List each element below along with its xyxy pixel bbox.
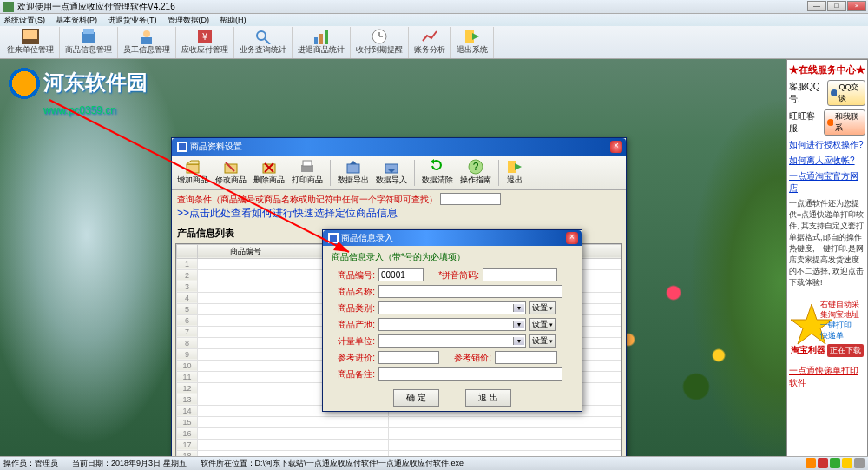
win2-titlebar[interactable]: 商品信息录入 × bbox=[323, 230, 582, 246]
label-origin: 商品产地: bbox=[332, 319, 375, 331]
btn-export[interactable]: 数据导出 bbox=[336, 158, 371, 187]
filter-input[interactable] bbox=[440, 193, 501, 205]
input-name[interactable] bbox=[378, 285, 562, 298]
svg-marker-40 bbox=[515, 163, 522, 170]
svg-text:?: ? bbox=[473, 161, 479, 173]
btn-help[interactable]: ?操作指南 bbox=[458, 158, 493, 187]
input-memo[interactable] bbox=[378, 367, 562, 381]
btn-set-unit[interactable]: 设置 bbox=[529, 334, 556, 348]
tb-receivables[interactable]: ¥应收应付管理 bbox=[176, 27, 234, 58]
svg-rect-11 bbox=[319, 34, 323, 44]
table-row[interactable]: 15 bbox=[177, 416, 621, 427]
tray-icon[interactable] bbox=[842, 458, 852, 468]
promo-star[interactable]: 右键自动采 集淘宝地址 一键打印 快递单 淘宝利器 正在下载 bbox=[789, 294, 867, 363]
table-row[interactable]: 17 bbox=[177, 439, 621, 450]
tray-icon[interactable] bbox=[830, 458, 840, 468]
tb-exit[interactable]: 退出系统 bbox=[451, 27, 494, 58]
combo-unit[interactable] bbox=[378, 334, 526, 348]
win1-toolbar: 增加商品 修改商品 删除商品 打印商品 数据导出 数据导入 数据清除 ?操作指南… bbox=[172, 156, 626, 190]
combo-origin[interactable] bbox=[378, 318, 526, 331]
svg-rect-5 bbox=[141, 37, 152, 44]
svg-marker-17 bbox=[472, 33, 479, 40]
tb-analysis[interactable]: 账务分析 bbox=[409, 27, 451, 58]
tb-reminder[interactable]: 收付到期提醒 bbox=[351, 27, 409, 58]
btn-set-origin[interactable]: 设置 bbox=[529, 318, 556, 331]
svg-point-19 bbox=[827, 119, 834, 126]
link-taobao-shop[interactable]: 一点通淘宝官方网店 bbox=[789, 170, 865, 195]
link-auth-help[interactable]: 如何进行授权操作? bbox=[789, 139, 865, 151]
ok-button[interactable]: 确 定 bbox=[393, 389, 439, 407]
svg-point-4 bbox=[143, 30, 150, 37]
cancel-button[interactable]: 退 出 bbox=[465, 389, 511, 407]
close-button[interactable]: × bbox=[847, 1, 866, 11]
label-unit: 计量单位: bbox=[332, 335, 375, 348]
btn-win1-exit[interactable]: 退出 bbox=[504, 158, 525, 187]
svg-rect-23 bbox=[187, 164, 199, 173]
dialog-icon bbox=[328, 233, 339, 243]
col-rownum[interactable] bbox=[177, 244, 198, 258]
btn-delete-product[interactable]: 删除商品 bbox=[252, 158, 286, 187]
btn-import[interactable]: 数据导入 bbox=[374, 158, 409, 187]
input-outprice[interactable] bbox=[495, 351, 557, 364]
menu-managedata[interactable]: 管理数据(D) bbox=[168, 15, 210, 26]
qq-chat-button[interactable]: QQ交谈 bbox=[827, 80, 865, 106]
wangwang-button[interactable]: 和我联系 bbox=[824, 109, 865, 136]
tray-icons bbox=[806, 456, 865, 470]
combo-category[interactable] bbox=[378, 301, 526, 314]
btn-print-product[interactable]: 打印商品 bbox=[290, 158, 325, 187]
status-user: 操作员：管理员 bbox=[3, 458, 58, 469]
label-category: 商品类别: bbox=[332, 302, 375, 314]
status-location: 软件所在位置：D:\河东下载站\一点通应收应付软件\一点通应收应付软件.exe bbox=[201, 458, 464, 469]
win1-close-button[interactable]: × bbox=[610, 141, 622, 153]
statusbar: 操作员：管理员 当前日期：2018年9月3日 星期五 软件所在位置：D:\河东下… bbox=[0, 456, 868, 470]
btn-clear[interactable]: 数据清除 bbox=[420, 158, 455, 187]
filter-hint-link[interactable]: >>点击此处查看如何进行快速选择定位商品信息 bbox=[177, 207, 398, 219]
tray-icon[interactable] bbox=[854, 458, 865, 468]
input-inprice[interactable] bbox=[378, 351, 439, 364]
svg-point-8 bbox=[257, 31, 266, 40]
input-pinyin[interactable] bbox=[483, 268, 557, 281]
table-row[interactable]: 16 bbox=[177, 427, 621, 439]
svg-text:¥: ¥ bbox=[201, 32, 207, 42]
btn-add-product[interactable]: 增加商品 bbox=[175, 158, 210, 187]
svg-rect-1 bbox=[23, 30, 37, 39]
tray-icon[interactable] bbox=[806, 458, 816, 468]
svg-rect-3 bbox=[83, 29, 94, 34]
svg-marker-33 bbox=[350, 161, 357, 164]
window-icon bbox=[177, 142, 187, 152]
menu-business[interactable]: 进退货业务(T) bbox=[108, 15, 157, 26]
col-code[interactable]: 商品编号 bbox=[198, 244, 293, 258]
tb-productstat[interactable]: 进退商品统计 bbox=[293, 27, 351, 58]
menu-system[interactable]: 系统设置(S) bbox=[3, 15, 45, 26]
tb-querystat[interactable]: 业务查询统计 bbox=[234, 27, 293, 58]
svg-rect-31 bbox=[303, 161, 312, 166]
svg-rect-42 bbox=[330, 235, 337, 242]
wangwang-label: 旺旺客服, bbox=[789, 110, 822, 135]
maximize-button[interactable]: □ bbox=[827, 1, 846, 11]
svg-marker-24 bbox=[187, 161, 199, 164]
label-inprice: 参考进价: bbox=[332, 352, 375, 364]
tb-partners[interactable]: 往来单位管理 bbox=[2, 27, 60, 58]
tb-employees[interactable]: 员工信息管理 bbox=[118, 27, 176, 58]
btn-set-category[interactable]: 设置 bbox=[529, 301, 556, 314]
window-title: 欢迎使用一点通应收应付管理软件V4.216 bbox=[17, 1, 175, 13]
input-code[interactable] bbox=[378, 268, 424, 281]
win2-close-button[interactable]: × bbox=[566, 232, 578, 244]
btn-edit-product[interactable]: 修改商品 bbox=[214, 158, 248, 187]
label-memo: 商品备注: bbox=[332, 368, 375, 381]
menu-help[interactable]: 帮助(H) bbox=[220, 15, 247, 26]
status-date: 当前日期：2018年9月3日 星期五 bbox=[72, 458, 187, 469]
main-window: 欢迎使用一点通应收应付管理软件V4.216 — □ × 系统设置(S) 基本资料… bbox=[0, 0, 868, 470]
app-icon bbox=[3, 2, 14, 12]
site-watermark: 河东软件园 www.pc0359.cn bbox=[9, 68, 148, 125]
product-entry-dialog: 商品信息录入 × 商品信息录入（带*号的为必填项） 商品编号: *拼音简码: 商… bbox=[322, 229, 582, 412]
link-offline-help[interactable]: 如何离人应收帐? bbox=[789, 155, 865, 167]
svg-marker-36 bbox=[431, 159, 434, 164]
menu-basicdata[interactable]: 基本资料(P) bbox=[56, 15, 97, 26]
label-name: 商品名称: bbox=[332, 286, 375, 298]
service-sidebar: ★在线服务中心★ 客服QQ号,QQ交谈 旺旺客服,和我联系 如何进行授权操作? … bbox=[786, 59, 868, 470]
tb-products[interactable]: 商品信息管理 bbox=[60, 27, 118, 58]
tray-icon[interactable] bbox=[818, 458, 828, 468]
minimize-button[interactable]: — bbox=[807, 1, 826, 11]
win1-titlebar[interactable]: 商品资料设置 × bbox=[172, 138, 626, 156]
